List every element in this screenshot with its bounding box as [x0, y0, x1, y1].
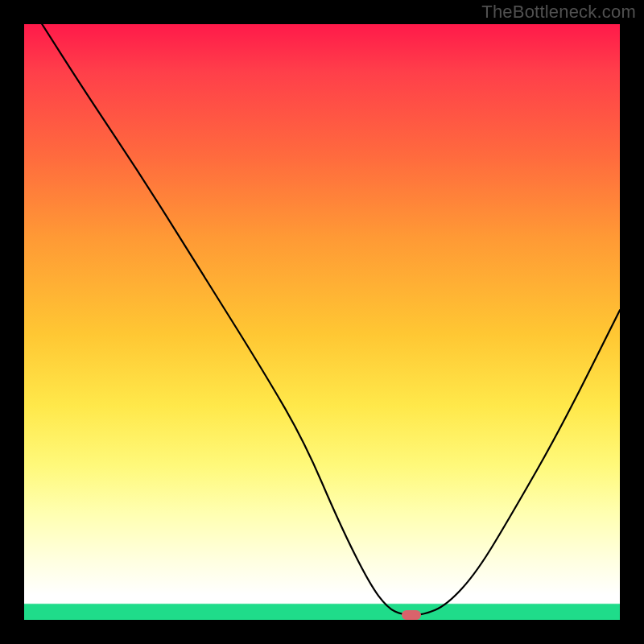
watermark-text: TheBottleneck.com: [481, 2, 636, 23]
bottleneck-curve: [42, 24, 620, 615]
optimal-marker: [402, 610, 421, 620]
plot-area: [24, 24, 620, 620]
plot-svg: [24, 24, 620, 620]
chart-frame: TheBottleneck.com: [0, 0, 644, 644]
